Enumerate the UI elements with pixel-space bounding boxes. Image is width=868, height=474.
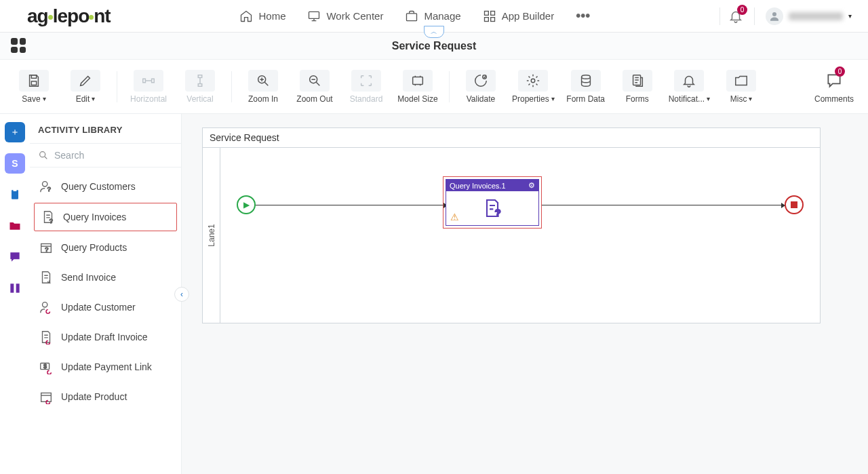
svg-rect-0	[309, 12, 319, 18]
briefcase-icon	[405, 9, 418, 23]
page-title: Service Request	[392, 40, 477, 52]
document-update-icon	[38, 329, 54, 345]
nav-home-label: Home	[258, 10, 285, 22]
tool-standard: Standard	[346, 70, 387, 104]
svg-rect-21	[14, 189, 17, 191]
tool-zoomout[interactable]: Zoom Out	[294, 70, 335, 104]
notifications-bell[interactable]: 0	[728, 9, 743, 24]
avatar-icon	[766, 7, 783, 25]
start-node[interactable]: ▶	[237, 195, 256, 214]
rail-add[interactable]: ＋	[5, 122, 25, 142]
gear-icon[interactable]: ⚙	[528, 181, 535, 190]
user-menu[interactable]: ▾	[766, 7, 852, 25]
package-update-icon	[38, 389, 54, 405]
svg-rect-3	[490, 11, 494, 15]
svg-point-30	[43, 302, 47, 307]
tool-validate[interactable]: Validate	[460, 70, 501, 104]
nav-appbuilder[interactable]: App Builder	[483, 9, 555, 23]
tool-notifications[interactable]: Notificat...▾	[669, 70, 710, 104]
panel-title: ACTIVITY LIBRARY	[30, 114, 181, 144]
warning-icon: ⚠	[450, 212, 459, 222]
collapse-subbar[interactable]: ︿	[424, 26, 444, 38]
person-query-icon: ?	[38, 178, 54, 195]
svg-point-17	[532, 79, 536, 83]
collapse-panel[interactable]: ‹	[174, 287, 189, 302]
chevron-down-icon: ▾	[848, 12, 852, 20]
svg-text:?: ?	[45, 246, 48, 253]
svg-point-6	[772, 12, 776, 16]
document-send-icon	[38, 269, 54, 285]
nav-appbuilder-label: App Builder	[502, 10, 555, 22]
svg-rect-8	[31, 81, 36, 85]
activity-item-selected[interactable]: ? Query Invoices	[34, 203, 177, 231]
package-query-icon: ?	[38, 239, 54, 256]
payment-update-icon: $	[38, 359, 54, 375]
connector	[542, 205, 785, 205]
svg-point-18	[581, 75, 590, 79]
rail-clipboard[interactable]	[5, 184, 25, 205]
rail-folder[interactable]	[5, 216, 25, 236]
tool-horizontal: Horizontal	[128, 70, 169, 104]
activity-node[interactable]: Query Invoices.1 ⚙ ⚠ ?	[443, 176, 542, 229]
activity-item[interactable]: Update Draft Invoice	[30, 322, 181, 352]
svg-rect-15	[413, 77, 423, 84]
svg-text:?: ?	[495, 208, 500, 218]
svg-point-25	[43, 182, 47, 186]
svg-text:?: ?	[50, 218, 53, 224]
svg-rect-11	[198, 75, 202, 77]
activity-item[interactable]: Update Customer	[30, 292, 181, 322]
tool-comments[interactable]: 0 Comments	[814, 70, 854, 104]
activity-title: Query Invoices.1	[450, 182, 506, 190]
comments-count: 0	[835, 66, 845, 77]
activity-item[interactable]: ? Query Customers	[30, 172, 181, 201]
svg-rect-12	[198, 83, 202, 86]
tool-modelsize[interactable]: Model Size	[397, 70, 438, 104]
document-query-icon: ?	[40, 209, 56, 225]
svg-text:$: $	[43, 363, 47, 370]
tool-formdata[interactable]: Form Data	[566, 70, 606, 104]
end-node[interactable]	[785, 195, 804, 214]
notifications-count: 0	[737, 5, 747, 15]
tool-misc[interactable]: Misc▾	[721, 70, 762, 104]
svg-rect-7	[31, 75, 36, 78]
activity-item[interactable]: Send Invoice	[30, 262, 181, 292]
apps-icon	[483, 9, 496, 23]
monitor-icon	[307, 9, 321, 23]
tool-edit[interactable]: Edit▾	[65, 70, 106, 104]
svg-rect-4	[484, 17, 488, 21]
process-box: Service Request Lane1 ▶ Query Invoices.1…	[202, 127, 821, 323]
home-icon	[239, 9, 253, 23]
apps-grid-button[interactable]	[11, 38, 26, 53]
rail-columns[interactable]	[5, 278, 25, 298]
nav-manage-label: Manage	[424, 10, 460, 22]
svg-point-24	[40, 152, 45, 157]
document-query-icon: ?	[481, 197, 503, 219]
activity-item[interactable]: Update Product	[30, 382, 181, 412]
nav-workcenter[interactable]: Work Center	[307, 9, 383, 23]
nav-home[interactable]: Home	[239, 9, 285, 23]
username	[789, 12, 843, 20]
nav-manage[interactable]: Manage	[405, 9, 460, 23]
search-icon	[38, 149, 49, 161]
svg-rect-2	[484, 11, 488, 15]
tool-save[interactable]: Save▾	[14, 70, 54, 104]
svg-rect-9	[143, 79, 146, 83]
rail-chat[interactable]	[5, 247, 25, 267]
lane-label: Lane1	[203, 148, 220, 323]
nav-more[interactable]: •••	[576, 8, 590, 24]
tool-zoomin[interactable]: Zoom In	[243, 70, 283, 104]
activity-item[interactable]: ? Query Products	[30, 233, 181, 262]
top-nav: Home Work Center Manage App Builder •••	[239, 8, 590, 24]
tool-vertical: Vertical	[180, 70, 220, 104]
svg-rect-23	[16, 283, 20, 292]
svg-rect-5	[490, 17, 494, 21]
svg-rect-33	[41, 393, 52, 402]
svg-text:?: ?	[47, 186, 51, 193]
process-title: Service Request	[203, 128, 820, 148]
tool-forms[interactable]: Forms	[617, 70, 658, 104]
rail-s[interactable]: S	[5, 153, 25, 174]
tool-properties[interactable]: Properties▾	[512, 70, 555, 104]
activity-item[interactable]: $ Update Payment Link	[30, 352, 181, 382]
search-input[interactable]	[54, 150, 173, 161]
svg-rect-22	[10, 283, 14, 292]
